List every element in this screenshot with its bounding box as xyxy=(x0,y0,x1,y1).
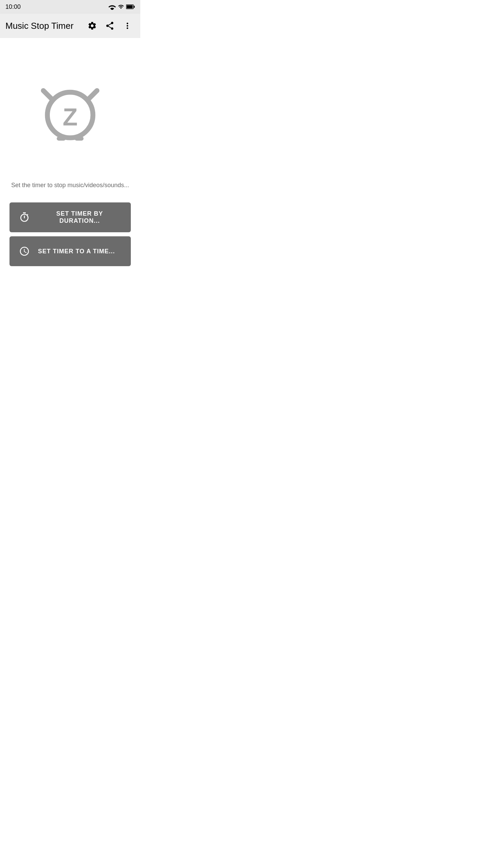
set-timer-duration-button[interactable]: SET TIMER BY DURATION... xyxy=(9,202,131,232)
set-timer-time-button[interactable]: SET TIMER TO A TIME... xyxy=(9,236,131,266)
share-button[interactable] xyxy=(102,18,117,33)
svg-line-7 xyxy=(89,91,97,99)
sleep-timer-icon: Z xyxy=(29,72,111,153)
app-bar: Music Stop Timer xyxy=(0,14,140,38)
gear-icon xyxy=(87,21,97,31)
app-title: Music Stop Timer xyxy=(5,21,85,31)
status-time: 10:00 xyxy=(5,3,21,11)
svg-line-6 xyxy=(43,91,52,99)
status-icons xyxy=(108,4,135,10)
clock-icon xyxy=(19,246,30,257)
more-vertical-icon xyxy=(123,21,132,31)
svg-rect-1 xyxy=(134,6,135,8)
more-options-button[interactable] xyxy=(120,18,135,33)
svg-text:Z: Z xyxy=(63,103,78,131)
button-container: SET TIMER BY DURATION... SET TIMER TO A … xyxy=(8,202,132,266)
battery-icon xyxy=(126,4,135,10)
main-content: Z Set the timer to stop music/videos/sou… xyxy=(0,38,140,276)
signal-icon xyxy=(118,4,124,10)
description-text: Set the timer to stop music/videos/sound… xyxy=(11,182,129,189)
wifi-icon xyxy=(108,4,116,10)
set-timer-time-label: SET TIMER TO A TIME... xyxy=(38,248,115,255)
timer-icon-container: Z xyxy=(29,72,111,155)
share-icon xyxy=(105,21,115,31)
stopwatch-icon xyxy=(19,212,30,223)
set-timer-duration-label: SET TIMER BY DURATION... xyxy=(38,210,121,224)
svg-rect-2 xyxy=(127,5,133,8)
status-bar: 10:00 xyxy=(0,0,140,14)
settings-button[interactable] xyxy=(85,18,100,33)
app-bar-actions xyxy=(85,18,135,33)
